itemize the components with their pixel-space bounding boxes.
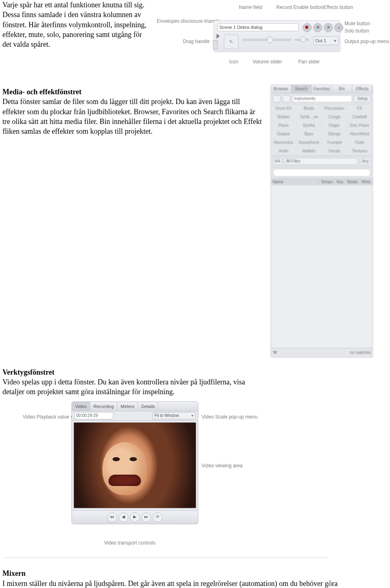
volume-slider-knob[interactable]	[267, 37, 273, 43]
transport-button[interactable]: ⏮	[107, 512, 117, 522]
view-button-list[interactable]	[273, 95, 281, 102]
label-viewing-area: Video viewing area	[202, 462, 243, 469]
video-tab-recording[interactable]: Recording	[90, 402, 117, 411]
section4-heading: Mixern	[2, 569, 26, 577]
media-cell[interactable]: Flute	[347, 139, 373, 147]
video-viewing-area	[74, 422, 196, 508]
media-cell[interactable]: Percussion	[322, 104, 347, 113]
media-cell[interactable]: Mallets	[297, 147, 322, 156]
media-cell[interactable]: FX	[347, 104, 373, 113]
label-playback-slider: Video Playback value slider	[23, 414, 67, 420]
label-drag-handle: Drag handle	[157, 38, 210, 45]
media-column-header[interactable]: Beats	[346, 179, 360, 185]
media-cell[interactable]: Elec Piano	[347, 122, 373, 130]
media-cell[interactable]: Piano	[271, 122, 297, 130]
view-button-grid[interactable]	[282, 95, 290, 102]
record-enable-button[interactable]	[303, 23, 312, 32]
section2-heading: Media- och effektfönstret	[2, 88, 82, 96]
media-cell[interactable]: Beats	[297, 104, 322, 113]
solo-button[interactable]: ⌂	[334, 23, 343, 32]
track-name-field[interactable]: Scene 1 Debra dialog	[217, 23, 299, 31]
envelopes-disclosure-triangle[interactable]	[217, 34, 220, 39]
section3-heading: Verktygsfönstret	[2, 368, 54, 376]
label-volume-slider: Volume slider	[253, 59, 282, 65]
media-cell[interactable]: Saxophone	[297, 139, 322, 147]
search-field[interactable]	[273, 169, 371, 177]
media-tab-bin[interactable]: Bin	[332, 85, 352, 93]
media-column-header[interactable]: Name	[271, 179, 319, 185]
setup-button[interactable]: Setup	[354, 95, 371, 102]
mute-button[interactable]: ✕	[324, 23, 333, 32]
media-cell[interactable]: Strings	[322, 130, 347, 139]
media-cell[interactable]: Cowbell	[347, 113, 373, 122]
video-tab-meters[interactable]: Meters	[117, 402, 138, 411]
section3-body: Video spelas upp i detta fönster. Du kan…	[2, 378, 245, 396]
media-cell[interactable]: Bass	[297, 130, 322, 139]
media-cell[interactable]: Shaker	[271, 113, 297, 122]
label-solo-button: Solo button	[344, 28, 369, 34]
section4-body: I mixern ställer du nivåerna på ljudspår…	[2, 579, 338, 588]
media-cell[interactable]: Vocals	[322, 147, 347, 156]
video-tab-details[interactable]: Details	[138, 402, 159, 411]
label-icon: Icon	[229, 59, 238, 65]
media-cell[interactable]: Organ	[322, 122, 347, 130]
media-cell[interactable]: Harmonica	[271, 139, 297, 147]
transport-button[interactable]: ⟳	[153, 512, 162, 522]
pan-slider-knob[interactable]	[300, 37, 306, 42]
label-transport: Video transport controls	[104, 540, 156, 546]
media-cell[interactable]: Drum Kit	[271, 104, 297, 113]
separator	[2, 558, 327, 558]
media-column-header[interactable]: Key	[335, 179, 345, 185]
items-dropdown[interactable]: All Files	[284, 158, 358, 165]
transport-button[interactable]: ⏭	[141, 512, 151, 522]
media-cell[interactable]: Violin	[271, 147, 297, 156]
label-record-button: Record Enable button	[276, 4, 323, 11]
video-scale-popup[interactable]: Fit to Window	[152, 412, 195, 419]
media-column-header[interactable]: Tempo	[319, 179, 335, 185]
category-dropdown[interactable]: Instruments	[292, 95, 352, 102]
media-tab-browser[interactable]: Browser	[271, 85, 291, 93]
play-preview-button[interactable]	[273, 351, 277, 354]
media-tab-search[interactable]: Search	[291, 85, 312, 93]
media-cell[interactable]: Guitars	[271, 130, 297, 139]
video-timecode[interactable]: 00:00:29:29	[74, 412, 113, 419]
transport-button[interactable]: ◀	[119, 512, 128, 522]
video-tabs: VideoRecordingMetersDetails	[72, 402, 198, 411]
media-cell[interactable]: Conga	[322, 113, 347, 122]
media-tab-effects[interactable]: Effects	[352, 85, 373, 93]
video-window-diagram: Video Playback value slider Video Scale …	[23, 401, 250, 552]
effects-button[interactable]: ✲	[313, 23, 322, 32]
output-popup[interactable]: Out 1	[313, 36, 338, 45]
label-effects-button: Effects button	[323, 4, 353, 11]
media-columns: NameTempoKeyBeatsHints	[271, 179, 373, 185]
transport-button[interactable]: ▶	[130, 512, 140, 522]
key-dropdown[interactable]: Any	[360, 158, 371, 165]
label-output-menu: Output pop-up menu	[344, 38, 389, 45]
timesig-chip[interactable]: 4/4	[273, 158, 282, 165]
section2-body: Detta fönster samlar de filer som du läg…	[2, 98, 262, 135]
section1-body: Varje spår har ett antal funktioner knut…	[2, 0, 157, 49]
label-name-field: Name field	[239, 4, 262, 11]
video-window: VideoRecordingMetersDetails 00:00:29:29 …	[72, 401, 198, 524]
drag-handle[interactable]	[213, 40, 218, 49]
media-tabs: BrowserSearchFavoritesBinEffects	[271, 85, 373, 93]
media-effects-panel: BrowserSearchFavoritesBinEffects Instrum…	[271, 85, 373, 358]
media-results-empty	[271, 185, 373, 348]
media-cell[interactable]: Synths	[297, 122, 322, 130]
label-pan-slider: Pan slider	[298, 59, 320, 65]
matches-label: no matches	[350, 350, 371, 356]
media-cell[interactable]: Horn/Wind	[347, 130, 373, 139]
video-tab-video[interactable]: Video	[72, 402, 90, 411]
track-header: Scene 1 Debra dialog ✲ ✕ ⌂ ✎ Out 1	[214, 20, 340, 52]
track-icon[interactable]: ✎	[224, 35, 238, 49]
video-transport: ⏮◀▶⏭⟳	[72, 510, 198, 524]
media-grid: Drum KitBeatsPercussionFXShakerTamb…neCo…	[271, 104, 373, 156]
media-cell[interactable]: Textures	[347, 147, 373, 156]
label-envelopes: Envelopes disclosure triangle	[157, 18, 210, 24]
media-cell[interactable]: Trumpet	[322, 139, 347, 147]
media-cell[interactable]: Tamb…ne	[297, 113, 322, 122]
label-scale-menu: Video Scale pop-up menu	[202, 414, 258, 420]
media-tab-favorites[interactable]: Favorites	[312, 85, 332, 93]
label-mute-button: Mute button	[344, 20, 370, 27]
media-column-header[interactable]: Hints	[360, 179, 373, 185]
